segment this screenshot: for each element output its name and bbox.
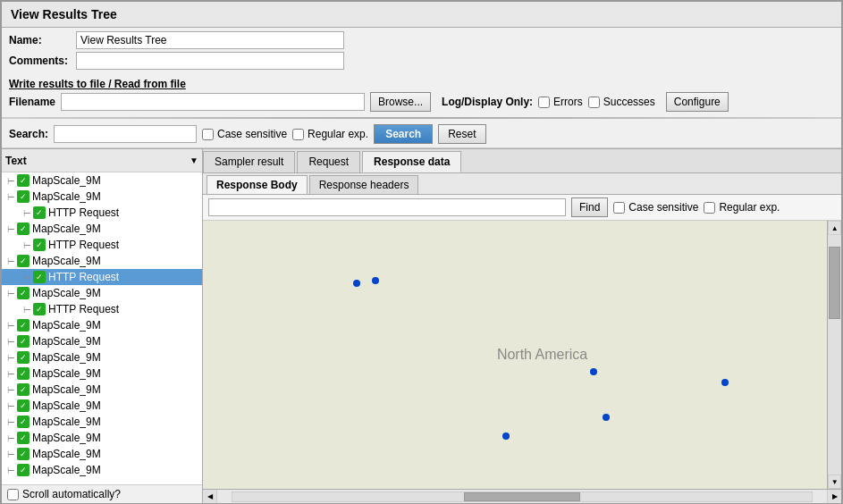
search-bar: Search: Case sensitive Regular exp. Sear… (2, 121, 841, 148)
map-dot (721, 379, 729, 386)
scroll-check-row: Scroll automatically? (2, 484, 202, 503)
status-shield-icon: ✓ (17, 432, 30, 444)
errors-checkbox[interactable] (538, 97, 550, 108)
status-shield-icon: ✓ (17, 223, 30, 235)
bottom-scrollbar[interactable]: ◀ ▶ (203, 489, 841, 503)
tree-item[interactable]: ⊢ ✓ MapScale_9M (2, 189, 202, 205)
comments-row: Comments: (9, 52, 834, 70)
scroll-thumb[interactable] (829, 247, 840, 318)
status-shield-icon: ✓ (17, 383, 30, 396)
sub-tab-response-body[interactable]: Response Body (207, 175, 308, 194)
find-input[interactable] (208, 198, 566, 216)
tree-item[interactable]: ⊢ ✓ MapScale_9M (2, 382, 202, 398)
find-button[interactable]: Find (571, 197, 608, 217)
dropdown-arrow-icon[interactable]: ▼ (190, 155, 198, 165)
status-shield-icon: ✓ (17, 416, 30, 428)
scroll-auto-checkbox[interactable] (7, 489, 19, 500)
status-shield-icon: ✓ (17, 255, 30, 267)
right-scrollbar[interactable]: ▲ ▼ (827, 221, 841, 489)
regular-exp-checkbox[interactable] (292, 129, 304, 140)
comments-input[interactable] (76, 52, 344, 70)
comments-label: Comments: (9, 55, 76, 67)
scroll-up-arrow[interactable]: ▲ (828, 221, 841, 235)
tree-connector-icon: ⊢ (7, 417, 15, 427)
tree-item[interactable]: ⊢ ✓ MapScale_9M (2, 414, 202, 430)
status-shield-icon: ✓ (17, 367, 30, 380)
tree-item[interactable]: ⊢ ✓ MapScale_9M (2, 349, 202, 365)
h-scroll-thumb[interactable] (464, 492, 580, 501)
filename-input[interactable] (61, 93, 365, 111)
case-sensitive-checkbox[interactable] (202, 129, 214, 140)
tree-item-label: HTTP Request (48, 303, 119, 315)
tree-connector-icon: ⊢ (7, 369, 15, 379)
tree-connector-icon: ⊢ (7, 385, 15, 395)
divider-1 (2, 117, 841, 119)
tree-connector-icon: ⊢ (7, 224, 15, 234)
search-input[interactable] (54, 125, 197, 143)
tree-item[interactable]: ⊢ ✓ HTTP Request (2, 269, 202, 285)
tree-item-label: HTTP Request (48, 271, 119, 283)
find-regular-exp-group: Regular exp. (704, 201, 780, 214)
tree-item[interactable]: ⊢ ✓ MapScale_9M (2, 462, 202, 478)
configure-button[interactable]: Configure (666, 92, 729, 112)
tree-item-label: MapScale_9M (32, 287, 101, 299)
status-shield-icon: ✓ (33, 206, 46, 219)
tab-response-data[interactable]: Response data (362, 151, 461, 172)
tree-item[interactable]: ⊢ ✓ MapScale_9M (2, 285, 202, 301)
status-shield-icon: ✓ (33, 271, 46, 283)
tree-item-label: HTTP Request (48, 206, 119, 219)
tree-item[interactable]: ⊢ ✓ MapScale_9M (2, 221, 202, 237)
tree-item-label: MapScale_9M (32, 190, 101, 203)
successes-label: Successes (603, 96, 655, 108)
tree-item[interactable]: ⊢ ✓ MapScale_9M (2, 365, 202, 382)
tree-item[interactable]: ⊢ ✓ MapScale_9M (2, 398, 202, 414)
find-case-sensitive-checkbox[interactable] (613, 202, 625, 214)
tree-item[interactable]: ⊢ ✓ MapScale_9M (2, 317, 202, 333)
tree-item[interactable]: ⊢ ✓ MapScale_9M (2, 430, 202, 446)
tab-request[interactable]: Request (297, 151, 360, 172)
main-window: View Results Tree Name: Comments: Write … (0, 0, 843, 504)
left-panel-title: Text (5, 155, 190, 167)
name-input[interactable] (76, 31, 344, 49)
status-shield-icon: ✓ (17, 319, 30, 332)
errors-label: Errors (553, 96, 583, 108)
tree-connector-icon: ⊢ (7, 176, 15, 186)
tree-item-label: MapScale_9M (32, 448, 101, 460)
scroll-right-arrow[interactable]: ▶ (827, 490, 841, 503)
tree-connector-icon: ⊢ (7, 321, 15, 331)
scroll-down-arrow[interactable]: ▼ (828, 475, 841, 489)
file-row: Filename Browse... Log/Display Only: Err… (9, 92, 834, 112)
status-shield-icon: ✓ (33, 303, 46, 315)
name-label: Name: (9, 34, 76, 46)
status-shield-icon: ✓ (17, 190, 30, 203)
tree-item[interactable]: ⊢ ✓ MapScale_9M (2, 446, 202, 462)
find-regular-exp-label: Regular exp. (719, 201, 780, 214)
status-shield-icon: ✓ (17, 174, 30, 187)
tab-sampler-result[interactable]: Sampler result (203, 151, 295, 172)
find-regular-exp-checkbox[interactable] (704, 202, 715, 214)
case-sensitive-group: Case sensitive (202, 128, 287, 140)
regular-exp-group: Regular exp. (292, 128, 368, 140)
sub-tab-response-headers[interactable]: Response headers (309, 175, 419, 194)
tree-item[interactable]: ⊢ ✓ MapScale_9M (2, 172, 202, 189)
scroll-left-arrow[interactable]: ◀ (203, 490, 217, 503)
scroll-track[interactable] (828, 235, 841, 475)
successes-checkbox[interactable] (588, 97, 600, 108)
map-dot (372, 277, 379, 284)
reset-button[interactable]: Reset (438, 124, 485, 144)
tree-item-label: MapScale_9M (32, 416, 101, 428)
tree-item-label: MapScale_9M (32, 399, 101, 412)
find-case-sensitive-group: Case sensitive (613, 201, 698, 214)
main-tabs-row: Sampler result Request Response data (203, 149, 841, 173)
browse-button[interactable]: Browse... (370, 92, 431, 112)
tree-item[interactable]: ⊢ ✓ MapScale_9M (2, 333, 202, 349)
tree-item[interactable]: ⊢ ✓ HTTP Request (2, 205, 202, 221)
window-title: View Results Tree (11, 7, 117, 21)
tree-item[interactable]: ⊢ ✓ MapScale_9M (2, 253, 202, 269)
search-button[interactable]: Search (374, 124, 433, 144)
tree-connector-icon: ⊢ (7, 433, 15, 443)
h-scroll-track[interactable] (232, 491, 813, 502)
tree-item[interactable]: ⊢ ✓ HTTP Request (2, 237, 202, 253)
tree-item-label: MapScale_9M (32, 174, 101, 187)
tree-item[interactable]: ⊢ ✓ HTTP Request (2, 301, 202, 317)
